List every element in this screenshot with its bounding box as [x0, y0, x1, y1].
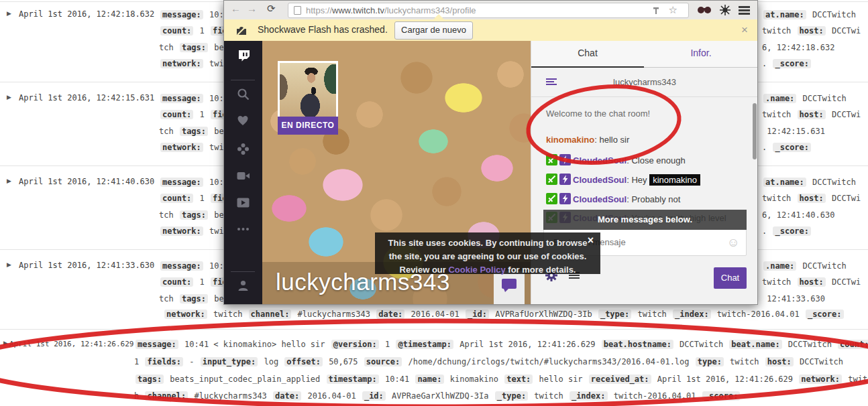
chat-message-text: : Probably not — [627, 194, 680, 204]
bug-extension-icon[interactable] — [719, 4, 731, 16]
log-field-label: source: — [364, 357, 402, 366]
reload-page-button[interactable]: Cargar de nuevo — [394, 21, 473, 40]
cookie-line1: This site uses cookies. By continuing to… — [375, 236, 600, 250]
chat-scrollbar-thumb[interactable] — [753, 103, 757, 159]
log-field-value: kinomakino — [445, 375, 504, 384]
broken-plugin-icon — [235, 23, 248, 37]
log-entry-timestamp: April 1st 2016, 12:41:26.629 — [9, 340, 133, 348]
cookie-close-icon[interactable]: × — [588, 234, 594, 247]
url-text[interactable]: https://www.twitch.tv/luckycharms343/pro… — [306, 5, 476, 15]
log-field-value: twitch — [633, 310, 671, 319]
log-entry-row: . _score: — [762, 58, 812, 69]
log-field-value: DCCTwitch — [808, 10, 856, 19]
log-field-value: 12:42:15.631 — [762, 127, 825, 136]
profile-person-icon[interactable] — [237, 279, 250, 291]
log-entry-expand-arrow[interactable]: ▶ — [3, 340, 8, 346]
log-field-value: DCCTwitch — [798, 94, 846, 103]
menu-icon[interactable] — [739, 6, 750, 15]
log-field-label: text: — [504, 375, 533, 384]
log-field-value: - — [184, 357, 199, 366]
cookie-line2: the site, you are agreeing to our use of… — [375, 250, 600, 263]
sidebar-divider — [231, 271, 255, 272]
search-icon[interactable] — [237, 88, 250, 100]
videos-icon[interactable] — [237, 198, 250, 208]
address-bar[interactable]: https://www.twitch.tv/luckycharms343/pro… — [288, 3, 689, 18]
log-entry-timestamp: April 1st 2016, 12:42:18.632 — [19, 9, 154, 19]
turbo-badge — [559, 175, 573, 185]
log-entry-expand-arrow[interactable]: ▶ — [7, 178, 11, 184]
video-camera-icon[interactable] — [237, 171, 250, 181]
log-entry-expand-arrow[interactable]: ▶ — [7, 94, 11, 100]
log-field-value: twitch — [209, 310, 248, 319]
log-entry-row: tags: beats_input_codec_plain_applied ti… — [134, 374, 868, 385]
log-entry-timestamp: April 1st 2016, 12:41:40.630 — [19, 177, 154, 186]
mod-sword-badge-icon — [546, 154, 557, 165]
more-messages-banner[interactable]: More messages below. — [543, 210, 747, 230]
log-entry-expand-arrow[interactable]: ▶ — [7, 10, 11, 17]
mod-badge — [546, 175, 559, 185]
twitch-logo-icon[interactable] — [237, 49, 252, 64]
log-field-label: host: — [798, 194, 826, 203]
log-field-value: AVPRaeGarXlhWZDQ-3Ia — [387, 391, 494, 401]
log-entry-row: 12:42:15.631 — [762, 126, 825, 137]
cookie-notice: × This site uses cookies. By continuing … — [375, 232, 600, 274]
log-field-value: 10:41 — [380, 375, 415, 384]
more-dots-icon[interactable] — [237, 227, 250, 231]
log-field-label: .name: — [763, 261, 796, 271]
bookmark-star-icon[interactable]: ☆ — [669, 4, 677, 16]
page-icon — [294, 6, 301, 15]
log-field-label: count: — [160, 26, 193, 36]
emote-smiley-icon[interactable]: ☺ — [727, 235, 740, 250]
log-field-label: _id: — [362, 391, 386, 401]
log-field-value: DCCTwitch — [808, 178, 856, 187]
log-entry-row: h channel: #luckycharms343 date: 2016.04… — [134, 391, 741, 401]
log-entry-row: 6, 12:42:18.632 — [762, 42, 834, 53]
forward-icon[interactable]: → — [247, 3, 257, 14]
chat-username[interactable]: kinomakino — [546, 135, 594, 145]
reload-icon[interactable]: ⟳ — [267, 3, 276, 15]
log-field-value: 1 — [134, 357, 144, 366]
log-field-value: 12:41:33.630 — [762, 294, 825, 303]
log-field-value: tch — [159, 127, 178, 136]
log-field-label: offset: — [284, 357, 323, 366]
log-field-label: network: — [160, 59, 203, 68]
chat-room-header: luckycharms343 — [531, 68, 757, 97]
chat-send-button[interactable]: Chat — [714, 267, 747, 289]
log-field-label: count: — [160, 194, 193, 203]
log-field-label: host: — [798, 26, 826, 36]
chat-message-text: : Close enough — [627, 155, 685, 165]
log-entry-expand-arrow[interactable]: ▶ — [7, 261, 11, 268]
channel-avatar[interactable] — [278, 61, 338, 119]
log-entry-row: twitch host: DCCTwi — [762, 25, 861, 36]
log-field-label: tags: — [180, 294, 208, 303]
back-icon[interactable]: ← — [231, 3, 241, 14]
log-field-value: . — [762, 59, 771, 68]
log-field-label: network: — [164, 310, 207, 319]
infobar-close-icon[interactable]: × — [741, 23, 748, 37]
chat-message: CloudedSoul: Close enough — [546, 154, 686, 165]
chat-username[interactable]: CloudedSoul — [573, 155, 627, 165]
log-entry-row: message: 10:41 < kinomakino> hello sir @… — [134, 339, 868, 350]
log-entry-row: .name: DCCTwitch — [762, 261, 847, 271]
log-field-label: at.name: — [763, 10, 806, 19]
mask-extension-icon[interactable] — [697, 5, 712, 15]
log-field-value: twitch — [529, 391, 568, 401]
sidebar-divider — [231, 80, 255, 80]
chat-username[interactable]: CloudedSoul — [573, 175, 627, 185]
log-field-label: host: — [798, 110, 826, 119]
pin-icon[interactable] — [652, 7, 660, 15]
log-field-label: message: — [160, 94, 203, 103]
log-field-value: DCCTwitch — [783, 340, 836, 349]
chat-username[interactable]: CloudedSoul — [573, 194, 627, 204]
log-field-label: beat.name: — [729, 340, 781, 349]
games-icon[interactable] — [237, 143, 250, 155]
chat-message: CloudedSoul: Probably not — [546, 193, 680, 204]
log-field-label: name: — [415, 375, 443, 384]
log-field-label: _type: — [598, 310, 631, 319]
log-field-label: channel: — [145, 391, 188, 401]
log-entry-row: message: 10:41 — [159, 177, 233, 188]
cookie-policy-link[interactable]: Cookie Policy — [448, 265, 505, 275]
tab-info[interactable]: Infor. — [644, 48, 757, 58]
tab-chat[interactable]: Chat — [531, 48, 644, 58]
following-heart-icon[interactable] — [237, 115, 250, 127]
